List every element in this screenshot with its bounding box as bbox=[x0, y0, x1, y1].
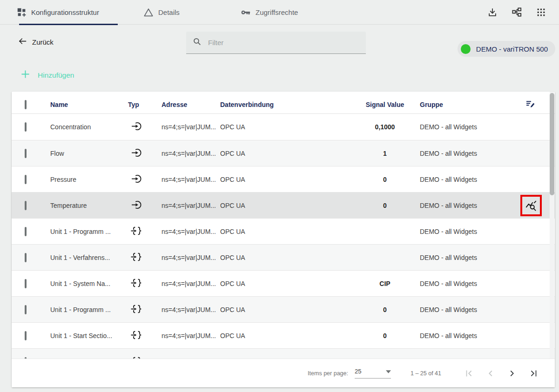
tab-konfigurationsstruktur[interactable]: Konfigurationsstruktur bbox=[17, 0, 99, 25]
tab-details[interactable]: Details bbox=[143, 0, 180, 25]
filter-field[interactable] bbox=[186, 32, 366, 54]
column-header-typ: Typ bbox=[128, 101, 145, 108]
device-status-badge[interactable]: DEMO - variTRON 500 bbox=[458, 41, 555, 57]
signal-name: Unit 1 - System Na... bbox=[44, 280, 128, 287]
page-range-label: 1 – 25 of 41 bbox=[411, 370, 441, 377]
back-arrow-icon bbox=[18, 36, 27, 47]
row-checkbox[interactable] bbox=[25, 201, 27, 210]
signal-name: Temperature bbox=[44, 202, 128, 209]
status-dot-green bbox=[461, 44, 471, 54]
add-button-label: Hinzufügen bbox=[38, 71, 74, 80]
previous-page-icon[interactable] bbox=[485, 368, 496, 379]
toolbar: Zurück DEMO - variTRON 500 bbox=[0, 25, 559, 65]
signal-input-icon bbox=[131, 173, 142, 186]
table-row[interactable]: Unit 1 - Programm ... ns=4;s=|var|JUM...… bbox=[12, 218, 555, 244]
signal-datenverbindung: OPC UA bbox=[216, 306, 350, 313]
signal-name: Unit 1 - Verfahrens... bbox=[44, 254, 128, 261]
column-header-adresse: Adresse bbox=[145, 101, 216, 108]
signal-value: 1 bbox=[350, 150, 420, 157]
signal-gruppe: DEMO - all Widgets bbox=[420, 202, 519, 209]
signal-gruppe: DEMO - all Widgets bbox=[420, 254, 519, 261]
back-button[interactable]: Zurück bbox=[18, 36, 54, 47]
signal-adresse: ns=4;s=|var|JUM... bbox=[145, 150, 216, 157]
plus-icon bbox=[21, 70, 30, 80]
pagination-bar: Items per page: 25 1 – 25 of 41 bbox=[12, 359, 555, 387]
row-checkbox[interactable] bbox=[25, 279, 27, 288]
table-row[interactable]: Concentration ns=4;s=|var|JUM... OPC UA … bbox=[12, 114, 555, 140]
signal-adresse: ns=4;s=|var|JUM... bbox=[145, 202, 216, 209]
edit-columns-icon[interactable] bbox=[525, 99, 536, 111]
signal-gruppe: DEMO - all Widgets bbox=[420, 306, 519, 313]
filter-input[interactable] bbox=[208, 39, 359, 47]
signal-name: Flow bbox=[44, 150, 128, 157]
chart-search-icon[interactable] bbox=[525, 199, 538, 212]
apps-grid-icon[interactable] bbox=[536, 7, 546, 17]
top-tab-bar: Konfigurationsstruktur Details Zugriffsr… bbox=[0, 0, 559, 25]
dropdown-caret-icon bbox=[386, 368, 391, 375]
table-header-row: Name Typ Adresse Datenverbindung Signal … bbox=[12, 92, 555, 114]
select-all-checkbox[interactable] bbox=[25, 100, 27, 109]
signal-tag-icon bbox=[131, 225, 142, 238]
first-page-icon[interactable] bbox=[464, 368, 475, 379]
table-row[interactable]: Unit 1 - Programm ... ns=4;s=|var|JUM...… bbox=[12, 296, 555, 322]
header-action-icons bbox=[487, 0, 559, 25]
signal-gruppe: DEMO - all Widgets bbox=[420, 280, 519, 287]
signal-datenverbindung: OPC UA bbox=[216, 254, 350, 261]
signal-name: Unit 1 - Programm ... bbox=[44, 306, 128, 313]
signal-datenverbindung: OPC UA bbox=[216, 280, 350, 287]
signal-input-icon bbox=[131, 147, 142, 160]
add-button[interactable]: Hinzufügen bbox=[21, 70, 74, 80]
tab-label: Zugriffsrechte bbox=[256, 8, 298, 16]
signal-name: Unit 1 - Start Sectio... bbox=[44, 332, 128, 339]
schema-hierarchy-icon[interactable] bbox=[512, 7, 522, 18]
row-checkbox[interactable] bbox=[25, 227, 27, 236]
items-per-page-select[interactable]: 25 bbox=[355, 368, 391, 379]
signal-tag-icon bbox=[131, 251, 142, 264]
signal-value: 0 bbox=[350, 176, 420, 183]
column-header-gruppe: Gruppe bbox=[420, 101, 519, 108]
row-checkbox[interactable] bbox=[25, 331, 27, 340]
signal-name: Concentration bbox=[44, 123, 128, 131]
signal-value: 0 bbox=[350, 202, 420, 209]
warning-triangle-icon bbox=[143, 7, 154, 18]
signal-adresse: ns=4;s=|var|JUM... bbox=[145, 228, 216, 235]
row-checkbox[interactable] bbox=[25, 175, 27, 184]
signal-tag-icon bbox=[131, 303, 142, 316]
row-checkbox[interactable] bbox=[25, 122, 27, 132]
signal-adresse: ns=4;s=|var|JUM... bbox=[145, 123, 216, 131]
last-page-icon[interactable] bbox=[528, 368, 539, 379]
signal-tag-icon bbox=[131, 329, 142, 342]
signal-adresse: ns=4;s=|var|JUM... bbox=[145, 280, 216, 287]
table-row[interactable]: Unit 1 - Verfahrens... ns=4;s=|var|JUM..… bbox=[12, 244, 555, 270]
table-row[interactable]: Unit 1 - Pt Mod... ns=4;s=|var|JUM... OP… bbox=[12, 348, 555, 359]
signal-gruppe: DEMO - all Widgets bbox=[420, 332, 519, 339]
signal-datenverbindung: OPC UA bbox=[216, 176, 350, 183]
download-icon[interactable] bbox=[487, 7, 498, 18]
signal-adresse: ns=4;s=|var|JUM... bbox=[145, 306, 216, 313]
signal-datenverbindung: OPC UA bbox=[216, 228, 350, 235]
signal-datenverbindung: OPC UA bbox=[216, 150, 350, 157]
table-row[interactable]: Flow ns=4;s=|var|JUM... OPC UA 1 DEMO - … bbox=[12, 140, 555, 166]
row-checkbox[interactable] bbox=[25, 253, 27, 262]
table-row[interactable]: Pressure ns=4;s=|var|JUM... OPC UA 0 DEM… bbox=[12, 166, 555, 192]
search-icon bbox=[193, 37, 202, 48]
scrollbar-thumb[interactable] bbox=[550, 93, 554, 195]
back-label: Zurück bbox=[32, 38, 54, 46]
items-per-page-value: 25 bbox=[355, 368, 361, 375]
table-row[interactable]: Unit 1 - Start Sectio... ns=4;s=|var|JUM… bbox=[12, 322, 555, 348]
signal-value: 0 bbox=[350, 306, 420, 313]
next-page-icon[interactable] bbox=[506, 368, 518, 379]
signal-datenverbindung: OPC UA bbox=[216, 123, 350, 131]
table-body: Concentration ns=4;s=|var|JUM... OPC UA … bbox=[12, 114, 555, 359]
row-checkbox[interactable] bbox=[25, 305, 27, 314]
row-checkbox[interactable] bbox=[25, 149, 27, 158]
vertical-scrollbar bbox=[550, 92, 554, 359]
signal-tag-icon bbox=[131, 277, 142, 290]
table-row[interactable]: Temperature ns=4;s=|var|JUM... OPC UA 0 … bbox=[12, 192, 555, 218]
tab-zugriffsrechte[interactable]: Zugriffsrechte bbox=[240, 0, 298, 25]
signal-value: 0,1000 bbox=[350, 123, 420, 131]
signal-gruppe: DEMO - all Widgets bbox=[420, 150, 519, 157]
signal-value: 0 bbox=[350, 332, 420, 339]
red-annotation-box bbox=[520, 195, 542, 216]
table-row[interactable]: Unit 1 - System Na... ns=4;s=|var|JUM...… bbox=[12, 270, 555, 296]
